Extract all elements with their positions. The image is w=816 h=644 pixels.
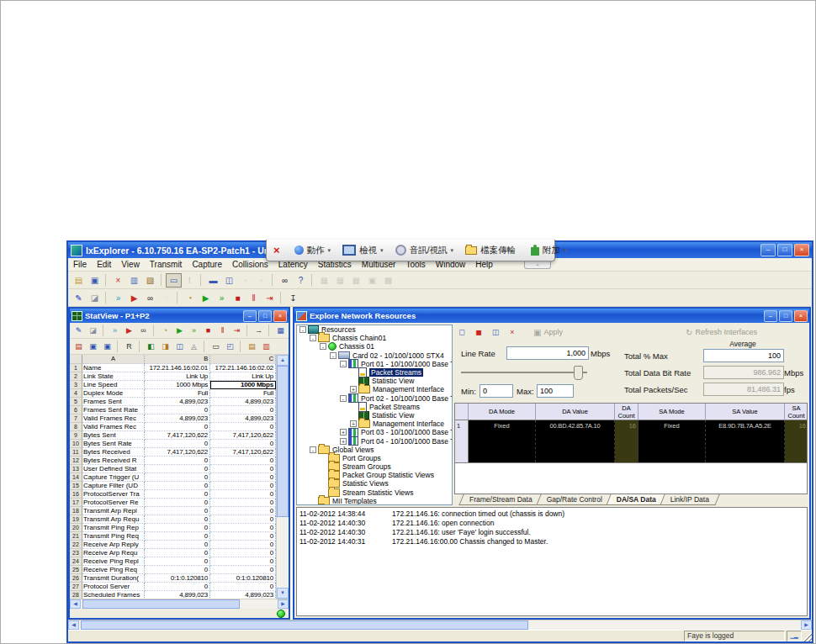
column-header-C[interactable]: C xyxy=(210,355,276,364)
group-3-icon[interactable]: ▦ xyxy=(348,273,364,288)
stat-value-cell[interactable]: 4,899,023 xyxy=(145,398,210,406)
tree-item[interactable]: Packet Group Statistic Views xyxy=(297,471,452,479)
da-sa-selected-row[interactable]: 1Fixed00.BD.42.85.7A.1016FixedE8.9D.7B.7… xyxy=(455,420,807,463)
line-rate-slider[interactable] xyxy=(461,372,587,373)
delete-all-icon[interactable]: × xyxy=(505,325,520,339)
stat-value-cell[interactable]: 0:1:0.120810 xyxy=(145,574,210,583)
stream-col-header[interactable] xyxy=(455,404,469,420)
menu-file[interactable]: File xyxy=(68,260,92,269)
step-icon[interactable]: ⇥ xyxy=(262,291,278,305)
stat-value-cell[interactable]: 0 xyxy=(145,583,210,591)
stat-name-cell[interactable]: Transmit Arp Requ xyxy=(82,515,145,524)
column-header-A[interactable]: A xyxy=(82,355,145,364)
stat-name-cell[interactable]: Capture Trigger (U xyxy=(82,473,145,482)
stat-value-cell[interactable]: 0 xyxy=(210,541,276,549)
stream-cell[interactable]: E8.9D.7B.7A.A5.2E xyxy=(706,420,785,462)
paste-icon[interactable]: ▨ xyxy=(142,273,158,288)
row-number[interactable]: 5 xyxy=(70,398,82,406)
stat-value-cell[interactable]: Link Up xyxy=(145,372,210,381)
row-number[interactable]: 17 xyxy=(70,499,82,507)
eraser-icon[interactable]: ◪ xyxy=(86,324,100,337)
vscroll-track[interactable] xyxy=(277,366,289,588)
print-preview-icon[interactable]: ◰ xyxy=(223,340,237,353)
tree-item[interactable]: Statistic View xyxy=(297,411,452,420)
expander-icon[interactable]: - xyxy=(310,446,316,453)
row-number[interactable]: 26 xyxy=(70,574,82,583)
resize-grip[interactable] xyxy=(802,631,812,641)
tree-item[interactable]: Statistic Views xyxy=(297,479,452,488)
tool-3-icon[interactable]: ◫ xyxy=(172,340,187,353)
stat-name-cell[interactable]: Receive Ping Repl xyxy=(82,557,145,566)
reset-icon[interactable]: R xyxy=(122,340,136,353)
tab-gap-rate-control[interactable]: Gap/Rate Control xyxy=(538,494,611,505)
tree-item[interactable]: Stream Groups xyxy=(297,462,452,471)
stat-value-cell[interactable]: 0 xyxy=(145,532,210,541)
stat-value-cell[interactable]: 172.21.146.16:02.02 xyxy=(210,364,276,372)
start-transmit-icon[interactable]: » xyxy=(108,324,122,337)
stat-value-cell[interactable]: 0 xyxy=(210,423,276,431)
stat-name-cell[interactable]: ProtocolServer Re xyxy=(82,499,145,507)
total-max-input[interactable]: 100 xyxy=(703,349,784,362)
minimize-button[interactable]: – xyxy=(760,244,776,256)
split-vertical-icon[interactable]: ◫ xyxy=(221,273,237,288)
pencil-icon[interactable]: ✎ xyxy=(71,291,87,305)
stat-name-cell[interactable]: Bytes Sent xyxy=(82,431,145,440)
statview-restore-button[interactable]: □ xyxy=(258,310,272,322)
stat-value-cell[interactable]: 7,417,120,622 xyxy=(145,448,210,457)
scroll-right-arrow[interactable]: ▶ xyxy=(278,599,289,609)
cascade-icon[interactable]: ▫ xyxy=(237,273,253,288)
session-menu-5[interactable]: 附加▾ xyxy=(525,243,573,258)
stat-value-cell[interactable]: 0 xyxy=(210,499,276,507)
stat-value-cell[interactable]: 0 xyxy=(145,406,210,414)
pause-icon[interactable]: ‖ xyxy=(215,324,230,337)
scroll-up-arrow[interactable]: ▲ xyxy=(277,355,289,366)
stat-name-cell[interactable]: Scheduled Frames xyxy=(82,591,145,599)
arrow-icon[interactable]: → xyxy=(252,324,266,337)
stat-value-cell[interactable]: 0 xyxy=(145,557,210,566)
row-number[interactable]: 4 xyxy=(70,389,82,398)
session-close-button[interactable]: × xyxy=(273,244,280,256)
stat-name-cell[interactable]: Receive Ping Req xyxy=(82,566,145,574)
stat-name-cell[interactable]: Valid Frames Rec xyxy=(82,414,145,423)
max-input[interactable]: 100 xyxy=(537,384,574,398)
restore-button[interactable]: □ xyxy=(777,244,792,256)
hscroll-thumb[interactable] xyxy=(82,599,240,609)
stat-value-cell[interactable]: 172.21.146.16:02.01 xyxy=(145,364,210,372)
tool-2-icon[interactable]: ◨ xyxy=(158,340,172,353)
stop-icon[interactable]: ■ xyxy=(201,324,215,337)
explore-restore-button[interactable]: □ xyxy=(779,310,792,322)
stat-value-cell[interactable]: 0 xyxy=(145,507,210,515)
stat-name-cell[interactable]: Protocol Server xyxy=(82,583,145,591)
row-number[interactable]: 21 xyxy=(70,532,82,541)
stat-value-cell[interactable]: 0 xyxy=(145,423,210,431)
stream-col-header[interactable]: SA Value xyxy=(706,404,785,420)
session-menu-1[interactable]: 動作▾ xyxy=(289,243,337,258)
statview-close-button[interactable]: × xyxy=(273,310,287,322)
stat-name-cell[interactable]: Transmit Ping Rep xyxy=(82,524,145,532)
statview-minimize-button[interactable]: – xyxy=(243,310,257,322)
stat-value-cell[interactable]: 7,417,120,622 xyxy=(145,431,210,440)
help-icon[interactable]: ? xyxy=(293,273,309,288)
tool-4-icon[interactable]: ◬ xyxy=(187,340,201,353)
stream-col-header[interactable]: DA Value xyxy=(536,404,615,420)
statview-title-bar[interactable]: StatView - P1+P2 – □ × xyxy=(70,309,289,323)
stat-value-cell[interactable]: 0 xyxy=(145,549,210,557)
stream-row-number[interactable]: 1 xyxy=(455,420,469,462)
row-number[interactable]: 16 xyxy=(70,490,82,499)
row-number[interactable]: 9 xyxy=(70,431,82,440)
slider-handle[interactable] xyxy=(574,366,583,380)
stat-value-cell[interactable]: 0 xyxy=(145,457,210,465)
stat-name-cell[interactable]: Transmit Ping Req xyxy=(82,532,145,541)
expander-icon[interactable]: - xyxy=(310,335,316,341)
refresh-interfaces-button[interactable]: ↻ Refresh Interfaces xyxy=(686,328,757,337)
stat-value-cell[interactable]: 0 xyxy=(210,566,276,574)
row-number[interactable]: 14 xyxy=(70,473,82,482)
stream-cell[interactable]: 00.BD.42.85.7A.10 xyxy=(536,420,615,462)
vscroll-thumb[interactable] xyxy=(277,366,289,517)
expander-icon[interactable]: - xyxy=(340,395,347,402)
group-2-icon[interactable]: ▦ xyxy=(332,273,348,288)
stream-col-header[interactable]: SA Count xyxy=(785,404,808,420)
main-hscroll-thumb[interactable] xyxy=(81,620,528,630)
stream-col-header[interactable]: DA Count xyxy=(615,404,638,420)
explore-minimize-button[interactable]: – xyxy=(764,310,777,322)
